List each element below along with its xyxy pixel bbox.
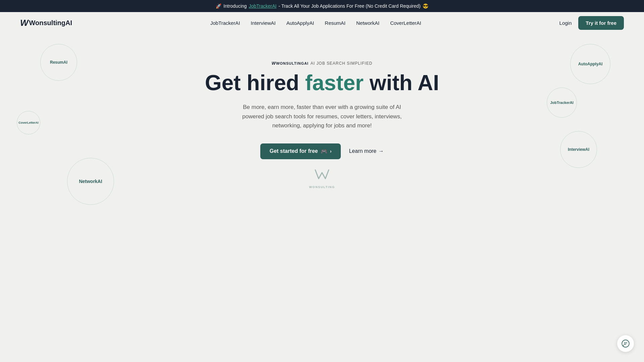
get-started-arrow: › [330, 148, 332, 154]
announcement-cool-emoji: 😎 [423, 3, 428, 9]
circle-resume: ResumAI [40, 44, 77, 81]
hero-badge: WWonsultingAI AI JOB SEARCH SIMPLIFIED [272, 61, 373, 66]
watermark-symbol [314, 166, 330, 185]
announcement-link[interactable]: JobTrackerAI [249, 3, 277, 9]
hero-title-part1: Get hired [205, 71, 305, 95]
nav-jobtracker[interactable]: JobTrackerAI [210, 20, 240, 26]
nav-networkai[interactable]: NetworkAI [356, 20, 379, 26]
nav-autoapplyai[interactable]: AutoApplyAI [286, 20, 314, 26]
hero-title-highlight: faster [305, 71, 364, 95]
nav-resumai[interactable]: ResumAI [325, 20, 345, 26]
circle-interviewai: InterviewAI [560, 131, 597, 168]
nav-interviewai[interactable]: InterviewAI [251, 20, 276, 26]
circle-networkai: NetworkAI [67, 158, 114, 205]
badge-logo: WWonsultingAI [272, 61, 309, 66]
announcement-body-text: - Track All Your Job Applications For Fr… [278, 3, 420, 9]
announcement-bar: 🚀 Introducing JobTrackerAI - Track All Y… [0, 0, 644, 12]
hero-title-part2: with AI [364, 71, 439, 95]
get-started-button[interactable]: Get started for free 🎮 › [260, 143, 341, 159]
badge-text: AI JOB SEARCH SIMPLIFIED [311, 61, 372, 66]
announcement-intro-text: Introducing [223, 3, 247, 9]
get-started-emoji: 🎮 [321, 148, 327, 155]
nav-coverletterai[interactable]: CoverLetterAI [390, 20, 421, 26]
navigation: W WonsultingAI JobTrackerAI InterviewAI … [0, 12, 644, 34]
announcement-rocket-emoji: 🚀 [216, 3, 221, 9]
chat-bubble[interactable] [617, 335, 634, 352]
center-watermark: WONSULTING [309, 166, 335, 189]
circle-coverletter: CoverLetterAI [17, 111, 40, 134]
hero-subtitle: Be more, earn more, faster than ever wit… [235, 103, 409, 130]
hero-section: ResumAI AutoApplyAI CoverLetterAI JobTra… [0, 34, 644, 209]
learn-more-link[interactable]: Learn more → [349, 148, 384, 154]
hero-actions: Get started for free 🎮 › Learn more → [260, 143, 384, 159]
watermark-text: WONSULTING [309, 185, 335, 189]
nav-logo[interactable]: W WonsultingAI [20, 18, 72, 28]
nav-right: Login Try it for free [559, 16, 624, 30]
login-button[interactable]: Login [559, 20, 572, 26]
logo-w-icon: W [20, 18, 29, 28]
hero-title: Get hired faster with AI [205, 71, 439, 95]
circle-autoapply: AutoApplyAI [570, 44, 610, 84]
learn-more-label: Learn more [349, 148, 376, 154]
circle-jobtracker: JobTrackerAI [547, 87, 577, 118]
nav-links: JobTrackerAI InterviewAI AutoApplyAI Res… [210, 20, 421, 26]
try-free-button[interactable]: Try it for free [578, 16, 624, 30]
logo-text: WonsultingAI [29, 19, 72, 27]
get-started-label: Get started for free [270, 148, 318, 154]
learn-more-arrow-icon: → [378, 148, 384, 154]
